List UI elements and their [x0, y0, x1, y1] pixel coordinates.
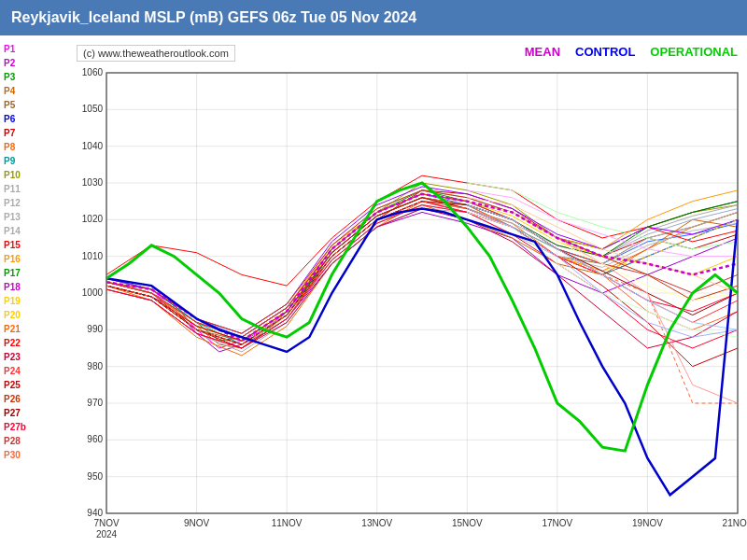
legend-item: P6	[4, 113, 63, 126]
legend-item: P25	[4, 379, 63, 392]
legend-item: P7	[4, 127, 63, 140]
legend-item: P13	[4, 211, 63, 224]
legend-item: P21	[4, 323, 63, 336]
legend-item: P5	[4, 99, 63, 112]
title-bar: Reykjavik_Iceland MSLP (mB) GEFS 06z Tue…	[0, 0, 747, 35]
legend-panel: P1P2P3P4P5P6P7P8P9P10P11P12P13P14P15P16P…	[0, 35, 67, 560]
legend-item: P11	[4, 183, 63, 196]
mean-legend: MEAN	[525, 45, 560, 59]
legend-item: P12	[4, 197, 63, 210]
legend-item: P26	[4, 393, 63, 406]
chart-canvas	[67, 35, 747, 560]
legend-item: P23	[4, 351, 63, 364]
chart-title: Reykjavik_Iceland MSLP (mB) GEFS 06z Tue…	[11, 9, 416, 26]
legend-item: P24	[4, 365, 63, 378]
legend-item: P3	[4, 71, 63, 84]
legend-item: P1	[4, 43, 63, 56]
control-legend: CONTROL	[575, 45, 635, 59]
operational-legend: OPERATIONAL	[650, 45, 738, 59]
legend-item: P14	[4, 225, 63, 238]
legend-item: P8	[4, 141, 63, 154]
legend-item: P16	[4, 253, 63, 266]
legend-item: P20	[4, 309, 63, 322]
watermark: (c) www.theweatheroutlook.com	[77, 45, 235, 62]
legend-item: P9	[4, 155, 63, 168]
legend-item: P22	[4, 337, 63, 350]
legend-item: P18	[4, 281, 63, 294]
legend-item: P2	[4, 57, 63, 70]
legend-item: P28	[4, 435, 63, 448]
legend-item: P27b	[4, 421, 63, 434]
legend-item: P15	[4, 239, 63, 252]
legend-item: P10	[4, 169, 63, 182]
legend-item: P17	[4, 267, 63, 280]
legend-item: P4	[4, 85, 63, 98]
legend-item: P27	[4, 407, 63, 420]
legend-item: P19	[4, 295, 63, 308]
chart-wrapper: (c) www.theweatheroutlook.com MEAN CONTR…	[67, 35, 747, 560]
legend-item: P30	[4, 449, 63, 462]
legend-top: MEAN CONTROL OPERATIONAL	[525, 45, 738, 59]
